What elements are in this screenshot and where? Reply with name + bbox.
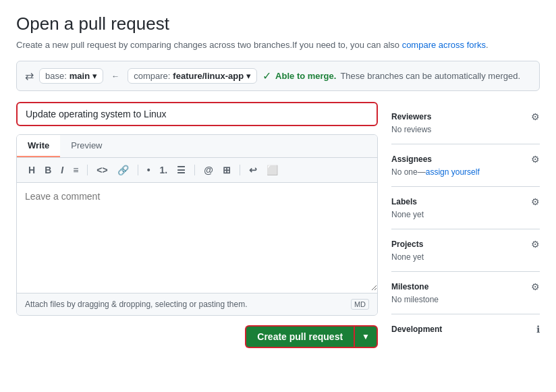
- projects-value: None yet: [391, 252, 540, 262]
- assignees-value: No one—assign yourself: [391, 167, 540, 177]
- toolbar-code[interactable]: <>: [93, 163, 111, 177]
- compare-forks-link[interactable]: compare across forks: [402, 40, 486, 50]
- toolbar-list-bullet[interactable]: •: [144, 163, 154, 177]
- projects-title: Projects: [391, 240, 423, 249]
- merge-status: ✓ Able to merge. These branches can be a…: [262, 69, 520, 82]
- sidebar-section-assignees: Assignees ⚙ No one—assign yourself: [391, 144, 540, 187]
- toolbar-checklist[interactable]: ☰: [173, 163, 189, 177]
- milestone-title: Milestone: [391, 282, 428, 291]
- toolbar-heading[interactable]: H: [25, 163, 38, 177]
- toolbar-reference[interactable]: ⊞: [219, 163, 234, 177]
- tab-preview[interactable]: Preview: [60, 135, 113, 157]
- merge-status-text: Able to merge.: [275, 71, 336, 81]
- editor-container: Write Preview H B I ≡ <> 🔗 • 1. ☰ @ ⊞: [16, 134, 378, 316]
- create-dropdown-button[interactable]: ▼: [354, 325, 378, 348]
- toolbar-link[interactable]: 🔗: [114, 163, 132, 177]
- branch-bar: ⇄ base: main ▾ ← compare: feature/linux-…: [16, 61, 540, 91]
- pr-title-input[interactable]: [18, 103, 377, 125]
- editor-footer: Attach files by dragging & dropping, sel…: [17, 293, 377, 315]
- reviewers-value: No reviews: [391, 125, 540, 134]
- subtitle-text: Create a new pull request by comparing c…: [16, 40, 399, 50]
- development-header: Development ℹ: [391, 324, 540, 335]
- assignees-title: Assignees: [391, 155, 432, 164]
- sidebar-section-development: Development ℹ: [391, 314, 540, 347]
- submit-area: Create pull request ▼: [16, 325, 378, 348]
- branch-icon: ⇄: [25, 69, 34, 82]
- milestone-header: Milestone ⚙: [391, 281, 540, 292]
- toolbar-mention[interactable]: @: [200, 163, 217, 177]
- left-panel: Write Preview H B I ≡ <> 🔗 • 1. ☰ @ ⊞: [16, 102, 378, 348]
- compare-dropdown-icon: ▾: [246, 71, 251, 81]
- compare-label: compare:: [134, 71, 170, 81]
- toolbar-list-unordered-alt[interactable]: ≡: [70, 163, 82, 177]
- milestone-value: No milestone: [391, 295, 540, 304]
- projects-header: Projects ⚙: [391, 239, 540, 250]
- editor-toolbar: H B I ≡ <> 🔗 • 1. ☰ @ ⊞ ↩ ⬜: [17, 158, 377, 183]
- base-branch-select[interactable]: base: main ▾: [39, 68, 103, 84]
- create-btn-group: Create pull request ▼: [245, 325, 378, 348]
- markdown-badge: MD: [351, 299, 369, 310]
- sidebar-section-labels: Labels ⚙ None yet: [391, 187, 540, 229]
- assign-yourself-link[interactable]: assign yourself: [426, 167, 480, 177]
- assignees-em: —: [418, 167, 426, 177]
- comment-textarea[interactable]: [17, 183, 377, 291]
- labels-gear-button[interactable]: ⚙: [531, 196, 540, 207]
- right-panel: Reviewers ⚙ No reviews Assignees ⚙ No on…: [391, 102, 540, 347]
- toolbar-divider-2: [138, 165, 138, 175]
- labels-value: None yet: [391, 210, 540, 219]
- arrow-left-icon: ←: [111, 72, 119, 81]
- page-subtitle: Create a new pull request by comparing c…: [16, 40, 540, 50]
- sidebar-section-milestone: Milestone ⚙ No milestone: [391, 272, 540, 314]
- toolbar-list-ordered[interactable]: 1.: [157, 163, 171, 177]
- toolbar-italic[interactable]: I: [57, 163, 67, 177]
- reviewers-title: Reviewers: [391, 112, 431, 121]
- labels-title: Labels: [391, 197, 417, 206]
- milestone-gear-button[interactable]: ⚙: [531, 281, 540, 292]
- check-icon: ✓: [262, 69, 271, 82]
- create-pull-request-button[interactable]: Create pull request: [245, 325, 354, 348]
- reviewers-gear-button[interactable]: ⚙: [531, 111, 540, 122]
- base-dropdown-icon: ▾: [92, 71, 97, 81]
- base-label: base:: [45, 71, 67, 81]
- title-input-wrapper: [16, 102, 378, 126]
- base-value: main: [70, 71, 90, 81]
- compare-branch-select[interactable]: compare: feature/linux-app ▾: [128, 68, 257, 84]
- compare-value: feature/linux-app: [173, 71, 244, 81]
- toolbar-divider-3: [194, 165, 195, 175]
- assignees-header: Assignees ⚙: [391, 154, 540, 165]
- assignees-gear-button[interactable]: ⚙: [531, 154, 540, 165]
- tab-write[interactable]: Write: [17, 135, 60, 157]
- editor-tabs: Write Preview: [17, 135, 377, 158]
- toolbar-undo[interactable]: ↩: [246, 163, 260, 177]
- toolbar-divider-4: [240, 165, 240, 175]
- development-info-button[interactable]: ℹ: [536, 324, 540, 335]
- toolbar-divider-1: [87, 165, 88, 175]
- toolbar-fullscreen[interactable]: ⬜: [263, 163, 281, 177]
- sidebar-section-projects: Projects ⚙ None yet: [391, 229, 540, 272]
- sidebar-section-reviewers: Reviewers ⚙ No reviews: [391, 102, 540, 144]
- attach-text: Attach files by dragging & dropping, sel…: [25, 300, 248, 309]
- reviewers-header: Reviewers ⚙: [391, 111, 540, 122]
- projects-gear-button[interactable]: ⚙: [531, 239, 540, 250]
- labels-header: Labels ⚙: [391, 196, 540, 207]
- main-layout: Write Preview H B I ≡ <> 🔗 • 1. ☰ @ ⊞: [16, 102, 540, 348]
- toolbar-bold[interactable]: B: [41, 163, 55, 177]
- page-title: Open a pull request: [16, 13, 540, 34]
- development-title: Development: [391, 325, 442, 334]
- merge-desc-text: These branches can be automatically merg…: [340, 71, 520, 81]
